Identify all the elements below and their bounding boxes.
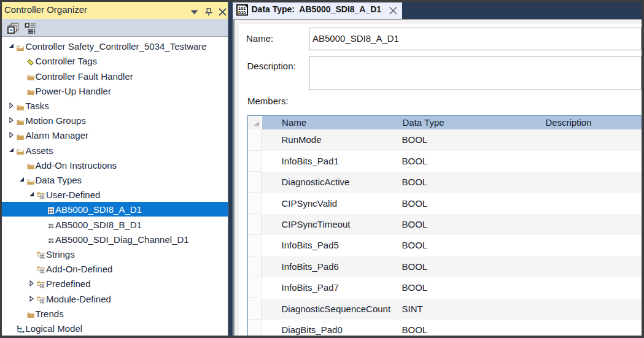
svg-text:010: 010: [238, 10, 246, 15]
